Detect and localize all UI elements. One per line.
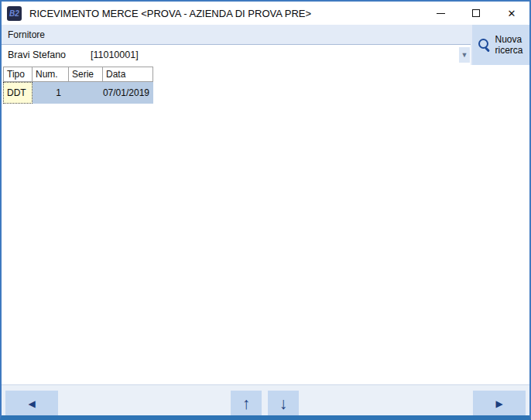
supplier-field-group: Fornitore Bravi Stefano [11010001] ▼ [2,25,471,65]
maximize-icon [472,9,480,17]
arrow-up-icon: ↑ [242,394,251,413]
supplier-dropdown-button[interactable]: ▼ [459,47,470,63]
new-search-button[interactable]: Nuova ricerca [472,25,529,65]
move-up-button[interactable]: ↑ [231,391,262,416]
close-button[interactable]: ✕ [494,2,529,25]
next-record-button[interactable]: ▶ [473,391,526,416]
maximize-button[interactable] [458,2,494,25]
supplier-combobox[interactable]: Bravi Stefano [11010001] ▼ [2,45,471,65]
cell-data[interactable]: 07/01/2019 [103,82,153,104]
supplier-code-value: [11010001] [91,50,139,60]
new-search-button-label: Nuova ricerca [495,34,522,56]
cell-num[interactable]: 1 [33,82,69,104]
column-header-serie[interactable]: Serie [69,67,103,82]
table-header: Tipo Num. Serie Data [3,67,153,82]
minimize-button[interactable] [423,2,458,25]
supplier-label: Fornitore [8,29,45,40]
window-title: RICEVIMENTO MERCE <PROVA - AZIENDA DI PR… [29,8,311,19]
previous-record-button[interactable]: ◀ [5,391,58,416]
column-header-tipo[interactable]: Tipo [3,67,33,82]
app-window: B2 RICEVIMENTO MERCE <PROVA - AZIENDA DI… [0,0,531,420]
arrow-right-icon: ▶ [495,398,502,409]
supplier-label-row: Fornitore [2,25,471,45]
window-controls: ✕ [423,2,529,25]
titlebar: B2 RICEVIMENTO MERCE <PROVA - AZIENDA DI… [2,2,529,25]
chevron-down-icon: ▼ [461,51,468,59]
supplier-name-value: Bravi Stefano [2,50,66,60]
close-icon: ✕ [508,9,516,19]
move-down-button[interactable]: ↓ [268,391,299,416]
cell-serie[interactable] [69,82,103,104]
arrow-left-icon: ◀ [28,398,35,409]
app-icon: B2 [7,6,22,21]
bottom-nav-bar: ◀ ↑ ↓ ▶ [2,384,529,415]
supplier-panel: Fornitore Bravi Stefano [11010001] ▼ Nuo… [2,25,529,65]
search-icon [478,39,491,51]
column-header-num[interactable]: Num. [33,67,69,82]
minimize-icon [437,13,445,14]
table-row[interactable]: DDT 1 07/01/2019 [3,82,153,104]
arrow-down-icon: ↓ [279,394,288,413]
column-header-data[interactable]: Data [103,67,153,82]
cell-tipo[interactable]: DDT [3,82,33,104]
